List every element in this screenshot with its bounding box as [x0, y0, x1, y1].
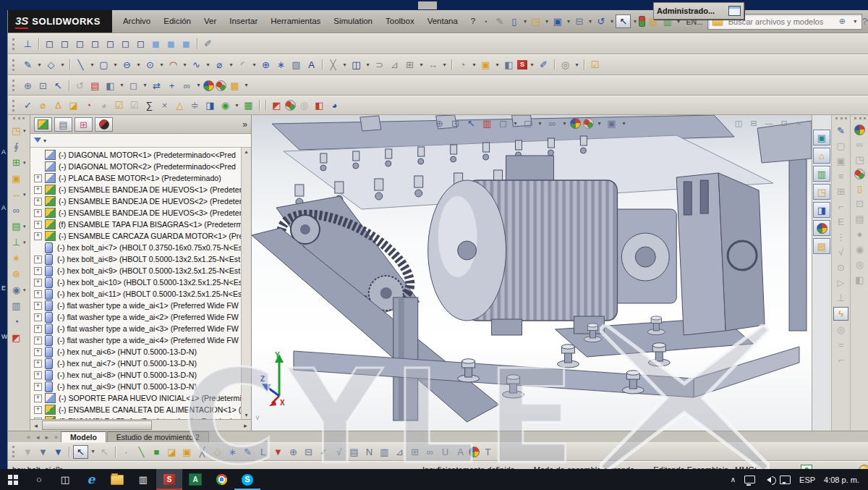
appearances-tab[interactable] [813, 220, 830, 236]
dropdown-arrow-icon[interactable]: ▾ [471, 59, 477, 71]
tree-item[interactable]: + (-) hex nut_ai<7> (HNUT 0.5000-13-D-N) [30, 358, 241, 369]
file-explorer-tab[interactable]: ◳ [813, 184, 830, 200]
magnetic-line-icon[interactable]: ≡ [834, 170, 848, 182]
3d-drawing-view-icon[interactable]: ∞ [180, 80, 194, 92]
close-sketch-icon[interactable]: ◧ [502, 59, 516, 71]
camera-icon[interactable]: ▣ [605, 117, 618, 130]
view-palette-tab[interactable]: ◨ [813, 202, 830, 218]
filter-text-icon[interactable]: T [481, 446, 495, 458]
sensor-icon[interactable]: ◉ [218, 99, 232, 111]
menu-item[interactable]: Archivo [116, 10, 157, 33]
tab-scroll-last-icon[interactable]: » [51, 432, 61, 442]
separator[interactable] [69, 59, 70, 70]
new-document-icon[interactable]: ▯ [507, 15, 521, 28]
expand-toggle[interactable]: + [34, 186, 42, 194]
dropdown-arrow-icon[interactable]: ▾ [621, 117, 627, 130]
expand-toggle[interactable]: + [34, 371, 42, 379]
dropdown-arrow-icon[interactable]: ▾ [574, 59, 580, 71]
geometry-analysis-icon[interactable]: △ [173, 99, 187, 111]
measure-icon[interactable]: ⌀ [36, 99, 50, 111]
simulation-advisor-icon[interactable]: ◩ [270, 99, 284, 111]
shaded-with-edges-icon[interactable]: ◼ [149, 38, 163, 50]
revision-symbol-icon[interactable]: ▷ [834, 276, 848, 289]
menu-item[interactable]: ? [464, 10, 482, 33]
filter-faces-icon[interactable]: ■ [150, 446, 163, 458]
menu-item[interactable]: Herramientas [264, 10, 327, 33]
filter-planes-icon[interactable]: ◇ [210, 446, 224, 458]
separator[interactable] [69, 447, 69, 457]
filter-datums-icon[interactable]: ▥ [378, 446, 391, 458]
tree-item[interactable]: (-) hex bolt_ai<7> (HBOLT 0.3750-16x0.75… [30, 242, 241, 253]
toolbar-drag-handle[interactable] [835, 117, 847, 122]
smart-fasteners-icon[interactable]: ∗ [9, 252, 28, 264]
filter-all-icon[interactable]: ▼ [51, 446, 65, 458]
display-style-icon[interactable]: ◻ [127, 80, 140, 92]
document-tab[interactable]: Estudio de movimiento 2 [107, 431, 209, 442]
dropdown-arrow-icon[interactable]: ▾ [234, 99, 240, 111]
mass-properties-icon[interactable]: ∆ [51, 99, 65, 111]
propertymanager-tab[interactable]: ▤ [54, 117, 72, 132]
external-references-icon[interactable]: ◎ [558, 59, 572, 71]
view-back-icon[interactable]: ◻ [58, 38, 72, 50]
displaymanager-tab[interactable] [95, 117, 113, 132]
view-right-icon[interactable]: ◻ [88, 38, 102, 50]
publish-icon[interactable]: ◳ [853, 153, 867, 166]
expand-toggle[interactable]: + [34, 406, 42, 414]
task-view-button[interactable]: ◫ [52, 469, 78, 490]
filter-notes-icon[interactable]: ▤ [347, 446, 361, 458]
toolbar-drag-handle[interactable] [12, 80, 17, 91]
weld-symbol-icon[interactable]: ⌐ [834, 200, 848, 213]
spell-checker-icon[interactable]: ✓ [21, 99, 35, 111]
dropdown-arrow-icon[interactable]: ▾ [251, 59, 258, 71]
dropdown-arrow-icon[interactable]: ▾ [631, 15, 638, 28]
expand-toggle[interactable]: + [34, 348, 42, 356]
equal-spacing-icon[interactable]: = [834, 339, 848, 351]
filter-balloons-icon[interactable]: N [362, 446, 376, 458]
panel-expand-icon[interactable]: » [242, 119, 247, 130]
dropdown-arrow-icon[interactable]: ▾ [182, 59, 188, 71]
tree-item[interactable]: + (-) PLACA BASE MOTOR<1> (Predeterminad… [30, 172, 241, 184]
rectangle-icon[interactable]: ▢ [97, 59, 111, 71]
stacked-balloon-icon[interactable]: ⊞ [834, 185, 848, 198]
dropdown-arrow-icon[interactable]: ▾ [112, 59, 119, 71]
open-icon[interactable]: ◳ [529, 15, 542, 28]
toolbar-drag-handle[interactable] [13, 117, 25, 122]
assembly-features-icon[interactable]: ▤▾ [9, 220, 28, 232]
previous-view-icon[interactable]: ↖ [464, 117, 478, 130]
menu-item[interactable]: Ventana [421, 10, 464, 33]
tab-scroll-next-icon[interactable]: ▸ [43, 432, 52, 442]
menu-item[interactable]: Insertar [223, 10, 264, 33]
datum-feature-icon[interactable]: ⊥ [834, 292, 848, 304]
select-icon[interactable]: ↖ [616, 14, 631, 28]
hole-callout-icon[interactable]: ⊙ [834, 261, 848, 274]
tree-item[interactable]: + (-) flat washer type a wide_ai<1> (Pre… [30, 300, 241, 311]
dropdown-arrow-icon[interactable]: ▾ [119, 80, 125, 92]
search-magnifier-icon[interactable]: ⊕ [835, 15, 849, 28]
sustainability-icon[interactable]: ◕ [328, 99, 341, 111]
solidworks-taskbar-button[interactable]: S [156, 469, 182, 490]
dropdown-arrow-icon[interactable]: ▾ [418, 59, 425, 71]
file-explorer-taskbar-button[interactable] [104, 469, 130, 490]
scrollbar-thumb[interactable] [42, 421, 152, 430]
filter-connection-points-icon[interactable]: A [454, 446, 467, 458]
store-taskbar-button[interactable]: ▥ [130, 469, 156, 490]
network-icon[interactable] [744, 476, 755, 483]
home-tab[interactable]: ⌂ [813, 148, 830, 164]
check-entity-icon[interactable]: ☑ [112, 99, 126, 111]
sphere-icon[interactable]: ● [853, 228, 867, 240]
zoom-to-area-icon[interactable]: ⊡ [36, 80, 50, 92]
expand-toggle[interactable]: + [34, 394, 42, 402]
bill-of-materials-icon[interactable]: ▥ [9, 300, 28, 312]
arc-icon[interactable]: ◠ [166, 59, 180, 71]
windows-stack-icon[interactable]: ◧ [853, 274, 867, 286]
design-checker-icon[interactable]: ☑ [127, 99, 141, 111]
dropdown-arrow-icon[interactable]: ▾ [587, 15, 593, 28]
stack-icon[interactable]: ▤ [853, 213, 867, 225]
ring-icon[interactable]: ◎ [853, 258, 867, 271]
zoom-fit-icon[interactable]: ⊕ [433, 117, 446, 130]
filter-sketches-icon[interactable]: ✎ [241, 446, 255, 458]
equations-icon[interactable]: ∑ [142, 99, 156, 111]
scroll-right-icon[interactable]: ▸ [240, 422, 251, 429]
dropdown-arrow-icon[interactable]: ▾ [205, 59, 211, 71]
zoom-to-selection-icon[interactable]: ↖ [51, 80, 65, 92]
